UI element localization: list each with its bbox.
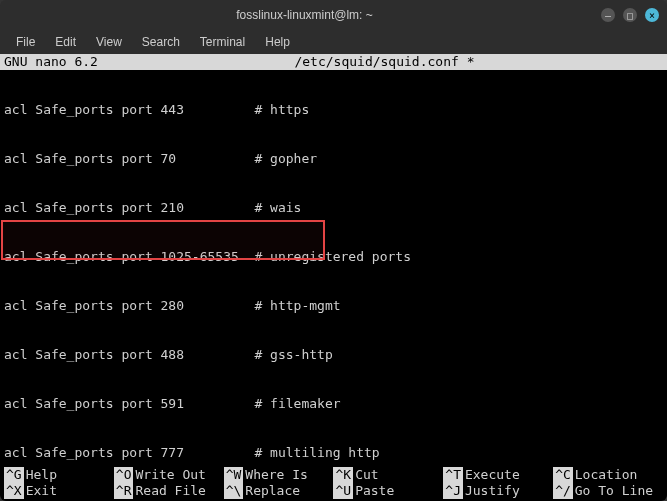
footer-cmd-gotoline[interactable]: ^/Go To Line	[553, 483, 663, 499]
menu-terminal[interactable]: Terminal	[192, 33, 253, 51]
editor-line: acl Safe_ports port 777 # multiling http	[4, 445, 663, 462]
menu-view[interactable]: View	[88, 33, 130, 51]
terminal-window: fosslinux-linuxmint@lm: ~ – □ × File Edi…	[0, 0, 667, 501]
footer-cmd-location[interactable]: ^CLocation	[553, 467, 663, 483]
menu-search[interactable]: Search	[134, 33, 188, 51]
nano-filename: /etc/squid/squid.conf *	[102, 54, 667, 70]
editor-line: acl Safe_ports port 488 # gss-http	[4, 347, 663, 364]
footer-cmd-cut[interactable]: ^KCut	[333, 467, 443, 483]
nano-version: GNU nano 6.2	[0, 54, 102, 70]
footer-cmd-whereis[interactable]: ^WWhere Is	[224, 467, 334, 483]
menu-edit[interactable]: Edit	[47, 33, 84, 51]
footer-cmd-replace[interactable]: ^\Replace	[224, 483, 334, 499]
annotation-highlight-box	[1, 220, 325, 260]
editor-line: acl Safe_ports port 443 # https	[4, 102, 663, 119]
footer-cmd-help[interactable]: ^GHelp	[4, 467, 114, 483]
footer-cmd-paste[interactable]: ^UPaste	[333, 483, 443, 499]
footer-cmd-writeout[interactable]: ^OWrite Out	[114, 467, 224, 483]
editor-line: acl Safe_ports port 591 # filemaker	[4, 396, 663, 413]
footer-cmd-execute[interactable]: ^TExecute	[443, 467, 553, 483]
footer-cmd-exit[interactable]: ^XExit	[4, 483, 114, 499]
menu-file[interactable]: File	[8, 33, 43, 51]
footer-row-2: ^XExit ^RRead File ^\Replace ^UPaste ^JJ…	[4, 483, 663, 499]
maximize-button[interactable]: □	[623, 8, 637, 22]
menubar: File Edit View Search Terminal Help	[0, 30, 667, 54]
window-controls: – □ ×	[601, 8, 659, 22]
footer-cmd-justify[interactable]: ^JJustify	[443, 483, 553, 499]
editor-line: acl Safe_ports port 70 # gopher	[4, 151, 663, 168]
editor-content[interactable]: acl Safe_ports port 443 # https acl Safe…	[0, 70, 667, 501]
footer-cmd-readfile[interactable]: ^RRead File	[114, 483, 224, 499]
titlebar: fosslinux-linuxmint@lm: ~ – □ ×	[0, 0, 667, 30]
nano-footer: ^GHelp ^OWrite Out ^WWhere Is ^KCut ^TEx…	[0, 467, 667, 501]
editor-line: acl Safe_ports port 280 # http-mgmt	[4, 298, 663, 315]
close-button[interactable]: ×	[645, 8, 659, 22]
terminal-area[interactable]: GNU nano 6.2 /etc/squid/squid.conf * acl…	[0, 54, 667, 501]
menu-help[interactable]: Help	[257, 33, 298, 51]
footer-row-1: ^GHelp ^OWrite Out ^WWhere Is ^KCut ^TEx…	[4, 467, 663, 483]
nano-header: GNU nano 6.2 /etc/squid/squid.conf *	[0, 54, 667, 70]
minimize-button[interactable]: –	[601, 8, 615, 22]
window-title: fosslinux-linuxmint@lm: ~	[8, 8, 601, 22]
editor-line: acl Safe_ports port 210 # wais	[4, 200, 663, 217]
